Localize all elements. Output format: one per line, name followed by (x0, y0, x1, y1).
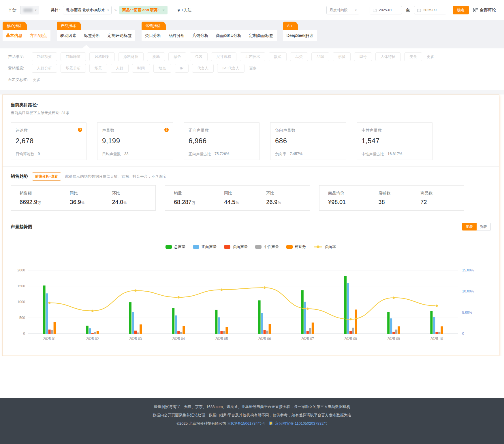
filter-chip-包装[interactable]: 包装 (190, 52, 208, 61)
filter-row-label: 营销维度: (8, 64, 32, 73)
sales-metric-销售额: 销售额6692.9万 (20, 191, 70, 205)
nav-item-商品/SKU分析[interactable]: 商品/SKU分析 (216, 33, 242, 38)
legend-label: 正向声量 (202, 244, 217, 250)
filter-chip-品牌[interactable]: 品牌 (311, 52, 329, 61)
legend-item-正向声量[interactable]: 正向声量 (193, 244, 217, 250)
filter-chip-型号[interactable]: 型号 (354, 52, 372, 61)
bar-总声量-2025-01 (43, 286, 46, 334)
nav-item-定制商品标签[interactable]: 定制商品标签 (249, 33, 273, 38)
filter-chip-风格图案[interactable]: 风格图案 (89, 52, 115, 61)
nav-item-品牌分析[interactable]: 品牌分析 (169, 33, 185, 38)
stat-card-title: 声量数 (102, 128, 168, 133)
filter-chip-地点[interactable]: 地点 (153, 64, 171, 73)
legend-item-负向声量[interactable]: 负向声量 (224, 244, 248, 250)
stat-foot-value: 33 (124, 152, 128, 157)
date-to-input[interactable]: 2025-09 (414, 6, 446, 14)
product-filter-chip[interactable]: 商品: "面霜 and 喷雾" × (119, 6, 168, 14)
nav-item-驱动因素[interactable]: 驱动因素 (60, 33, 76, 38)
legend-item-评论数[interactable]: 评论数 (286, 244, 306, 250)
bar-负向声量-2025-04 (177, 331, 180, 334)
goto-analysis-button[interactable]: 前往分析+查看 (32, 172, 61, 181)
filter-chip-场景[interactable]: 场景 (89, 64, 107, 73)
filter-chip-人体特征[interactable]: 人体特征 (375, 52, 401, 61)
follow-button[interactable]: ♥ +关注 (177, 7, 191, 13)
toggle-列表[interactable]: 列表 (477, 223, 491, 230)
help-icon[interactable]: ? (78, 128, 82, 132)
filter-chip-口味味道[interactable]: 口味味道 (61, 52, 86, 61)
nav-badge: 运营指标 (142, 22, 166, 30)
filter-chip-美食[interactable]: 美食 (404, 52, 422, 61)
legend-item-中性声量[interactable]: 中性声量 (255, 244, 279, 250)
bar-正向声量-2025-03 (132, 312, 134, 334)
category-select[interactable]: 乳液/面霜,化妆水/爽肤水 ▾ (63, 6, 112, 14)
stat-card-4: 负向声量数686负向率7.457% (270, 122, 346, 160)
bar-总声量-2025-02 (86, 326, 89, 334)
nav-group-3: 运营指标类目分析品牌分析店铺分析商品/SKU分析定制商品标签 (142, 22, 277, 41)
nav-item-基本信息[interactable]: 基本信息 (6, 33, 22, 38)
bar-中性声量-2025-06 (266, 331, 268, 334)
all-comments-button[interactable]: 全部评论 (473, 7, 496, 13)
nav-item-类目分析[interactable]: 类目分析 (145, 33, 161, 38)
chart-legend: 总声量正向声量负向声量中性声量评论数负向率 (11, 244, 491, 250)
bar-中性声量-2025-02 (94, 332, 96, 334)
more-link[interactable]: 更多 (33, 75, 40, 84)
more-link[interactable]: 更多 (427, 52, 434, 61)
nav-group-2: 产品指标驱动因素标签分析定制评论标签 (57, 22, 135, 41)
filter-chip-时间[interactable]: 时间 (132, 64, 150, 73)
stat-foot-label: 日均声量数 (102, 152, 121, 157)
bar-总声量-2025-07 (301, 290, 304, 334)
bar-中性声量-2025-03 (137, 332, 139, 334)
legend-item-总声量[interactable]: 总声量 (166, 244, 185, 250)
platform-label: 平台: (8, 7, 17, 13)
bar-总声量-2025-10 (430, 311, 432, 334)
nav-item-方面/观点[interactable]: 方面/观点 (30, 33, 47, 38)
filter-chip-颜色[interactable]: 颜色 (168, 52, 186, 61)
filter-chip-IP[interactable]: IP (175, 64, 189, 73)
police-link[interactable]: 京公网安备 11010502037832号 (275, 421, 328, 426)
nav-item-店铺分析[interactable]: 店铺分析 (192, 33, 208, 38)
bar-评论数-2025-05 (225, 327, 228, 334)
category-path-title: 当前类目路径: (11, 102, 491, 108)
nav-item-标签分析[interactable]: 标签分析 (84, 33, 100, 38)
sales-metric-label: 同比 (70, 191, 112, 196)
period-select[interactable]: 月度时间段 ▾ (326, 6, 359, 14)
platform-select[interactable]: ▾ (20, 6, 39, 14)
stat-card-footer: 日均评论数9 (16, 149, 82, 157)
close-icon[interactable]: × (162, 8, 165, 12)
legend-swatch (193, 245, 199, 249)
filter-chips: 人群分析场景分析场景人群时间地点IP代言人IP+代言人更多 (32, 64, 257, 73)
nav-item-DeepSeek解读[interactable]: DeepSeek解读 (287, 33, 313, 38)
filter-chip-质地[interactable]: 质地 (147, 52, 165, 61)
axis-label: 10.00% (462, 289, 474, 293)
legend-label: 总声量 (174, 244, 185, 250)
volume-trend-chart: 050010001500200005.00%10.00%15.00%2025-0… (11, 266, 491, 342)
chevron-down-icon: ▾ (107, 8, 109, 12)
filter-chip-款式[interactable]: 款式 (269, 52, 287, 61)
filter-chip-品类[interactable]: 品类 (290, 52, 308, 61)
filter-chip-人群分析[interactable]: 人群分析 (32, 64, 57, 73)
filter-chip-尺寸规格[interactable]: 尺寸规格 (211, 52, 236, 61)
date-from-input[interactable]: 2025-01 (370, 6, 402, 14)
filter-chip-人群[interactable]: 人群 (111, 64, 129, 73)
filter-chip-形状[interactable]: 形状 (333, 52, 351, 61)
filter-chip-工艺技术[interactable]: 工艺技术 (240, 52, 265, 61)
icp-link[interactable]: 京ICP备15061734号-4 (227, 421, 265, 426)
nav-group-1: 核心指标基本信息方面/观点 (3, 22, 50, 41)
filter-chip-原料材质[interactable]: 原料材质 (118, 52, 144, 61)
chevron-down-icon: ▾ (355, 8, 357, 12)
more-link[interactable]: 更多 (249, 64, 257, 73)
sales-card-3: 商品均价¥98.01店铺数38商品数72 (319, 185, 464, 211)
sales-metric-同比: 同比36.9% (70, 191, 112, 205)
filter-chip-代言人[interactable]: 代言人 (192, 64, 214, 73)
help-icon[interactable]: ? (164, 128, 169, 132)
legend-item-负向率[interactable]: 负向率 (314, 244, 336, 250)
filter-chip-场景分析[interactable]: 场景分析 (61, 64, 86, 73)
filter-chip-功能功效[interactable]: 功能功效 (32, 52, 57, 61)
confirm-button[interactable]: 确定 (453, 6, 469, 14)
stat-card-footer: 中性声量占比16.817% (362, 149, 428, 157)
toggle-图表[interactable]: 图表 (462, 223, 477, 230)
platform-value-blurred (23, 8, 33, 12)
nav-item-定制评论标签[interactable]: 定制评论标签 (108, 33, 132, 38)
filter-chip-IP+代言人[interactable]: IP+代言人 (217, 64, 245, 73)
point-负向率-2025-07 (306, 307, 309, 310)
